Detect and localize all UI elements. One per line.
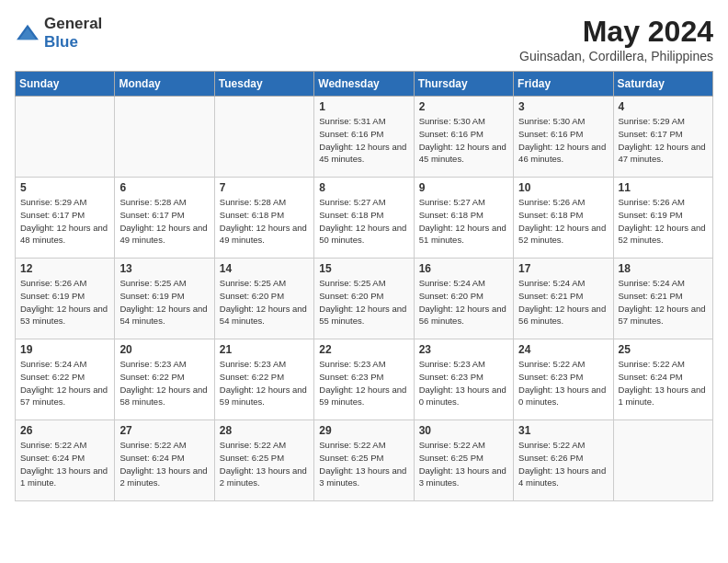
day-info: Sunrise: 5:25 AMSunset: 6:19 PMDaylight:… bbox=[119, 277, 209, 327]
header-wednesday: Wednesday bbox=[314, 72, 414, 97]
day-info: Sunrise: 5:26 AMSunset: 6:19 PMDaylight:… bbox=[619, 196, 708, 247]
day-info: Sunrise: 5:30 AMSunset: 6:16 PMDaylight:… bbox=[419, 115, 508, 166]
calendar-week-4: 19 Sunrise: 5:24 AMSunset: 6:22 PMDaylig… bbox=[16, 339, 713, 420]
header-saturday: Saturday bbox=[613, 72, 712, 97]
day-info: Sunrise: 5:27 AMSunset: 6:18 PMDaylight:… bbox=[419, 196, 508, 247]
header-monday: Monday bbox=[115, 72, 214, 97]
day-number: 16 bbox=[419, 262, 508, 275]
logo-icon bbox=[15, 23, 40, 43]
day-info: Sunrise: 5:24 AMSunset: 6:21 PMDaylight:… bbox=[619, 277, 708, 327]
day-info: Sunrise: 5:22 AMSunset: 6:26 PMDaylight:… bbox=[518, 439, 608, 489]
day-number: 30 bbox=[419, 424, 508, 437]
day-info: Sunrise: 5:22 AMSunset: 6:24 PMDaylight:… bbox=[20, 439, 109, 489]
calendar-cell bbox=[115, 97, 214, 178]
day-info: Sunrise: 5:25 AMSunset: 6:20 PMDaylight:… bbox=[220, 277, 309, 327]
calendar-cell: 14 Sunrise: 5:25 AMSunset: 6:20 PMDaylig… bbox=[214, 259, 313, 339]
day-number: 19 bbox=[20, 343, 109, 356]
calendar-cell: 16 Sunrise: 5:24 AMSunset: 6:20 PMDaylig… bbox=[414, 259, 513, 339]
day-info: Sunrise: 5:24 AMSunset: 6:22 PMDaylight:… bbox=[20, 358, 109, 408]
calendar-cell bbox=[16, 97, 115, 178]
calendar-cell: 20 Sunrise: 5:23 AMSunset: 6:22 PMDaylig… bbox=[115, 339, 214, 420]
calendar-week-1: 1 Sunrise: 5:31 AMSunset: 6:16 PMDayligh… bbox=[16, 97, 713, 178]
calendar-cell: 9 Sunrise: 5:27 AMSunset: 6:18 PMDayligh… bbox=[414, 178, 513, 259]
calendar-cell: 18 Sunrise: 5:24 AMSunset: 6:21 PMDaylig… bbox=[613, 259, 712, 339]
day-number: 3 bbox=[518, 100, 608, 113]
day-info: Sunrise: 5:31 AMSunset: 6:16 PMDaylight:… bbox=[319, 115, 408, 166]
day-info: Sunrise: 5:28 AMSunset: 6:18 PMDaylight:… bbox=[220, 196, 309, 247]
day-number: 28 bbox=[220, 424, 309, 437]
logo-text: General Blue bbox=[44, 15, 102, 52]
day-number: 12 bbox=[20, 262, 109, 275]
calendar-cell: 1 Sunrise: 5:31 AMSunset: 6:16 PMDayligh… bbox=[314, 97, 414, 178]
day-info: Sunrise: 5:22 AMSunset: 6:23 PMDaylight:… bbox=[518, 358, 608, 408]
day-number: 5 bbox=[20, 181, 109, 194]
day-info: Sunrise: 5:28 AMSunset: 6:17 PMDaylight:… bbox=[119, 196, 209, 247]
day-info: Sunrise: 5:23 AMSunset: 6:22 PMDaylight:… bbox=[220, 358, 309, 408]
calendar-cell: 10 Sunrise: 5:26 AMSunset: 6:18 PMDaylig… bbox=[514, 178, 613, 259]
day-number: 7 bbox=[220, 181, 309, 194]
day-number: 23 bbox=[419, 343, 508, 356]
calendar-week-5: 26 Sunrise: 5:22 AMSunset: 6:24 PMDaylig… bbox=[16, 420, 713, 501]
day-number: 2 bbox=[419, 100, 508, 113]
day-number: 31 bbox=[518, 424, 608, 437]
calendar-week-3: 12 Sunrise: 5:26 AMSunset: 6:19 PMDaylig… bbox=[16, 259, 713, 339]
day-number: 27 bbox=[119, 424, 209, 437]
calendar-cell bbox=[613, 420, 712, 501]
calendar-body: 1 Sunrise: 5:31 AMSunset: 6:16 PMDayligh… bbox=[16, 97, 713, 501]
day-number: 11 bbox=[619, 181, 708, 194]
day-number: 21 bbox=[220, 343, 309, 356]
day-info: Sunrise: 5:22 AMSunset: 6:24 PMDaylight:… bbox=[119, 439, 209, 489]
day-number: 29 bbox=[319, 424, 408, 437]
day-info: Sunrise: 5:22 AMSunset: 6:25 PMDaylight:… bbox=[419, 439, 508, 489]
calendar-cell: 11 Sunrise: 5:26 AMSunset: 6:19 PMDaylig… bbox=[613, 178, 712, 259]
day-info: Sunrise: 5:22 AMSunset: 6:25 PMDaylight:… bbox=[319, 439, 408, 489]
day-number: 9 bbox=[419, 181, 508, 194]
header-thursday: Thursday bbox=[414, 72, 513, 97]
day-info: Sunrise: 5:29 AMSunset: 6:17 PMDaylight:… bbox=[20, 196, 109, 247]
calendar-cell: 6 Sunrise: 5:28 AMSunset: 6:17 PMDayligh… bbox=[115, 178, 214, 259]
day-info: Sunrise: 5:24 AMSunset: 6:20 PMDaylight:… bbox=[419, 277, 508, 327]
day-info: Sunrise: 5:22 AMSunset: 6:25 PMDaylight:… bbox=[220, 439, 309, 489]
day-number: 14 bbox=[220, 262, 309, 275]
calendar-cell: 28 Sunrise: 5:22 AMSunset: 6:25 PMDaylig… bbox=[214, 420, 313, 501]
day-info: Sunrise: 5:23 AMSunset: 6:22 PMDaylight:… bbox=[119, 358, 209, 408]
day-number: 8 bbox=[319, 181, 408, 194]
day-number: 26 bbox=[20, 424, 109, 437]
day-info: Sunrise: 5:24 AMSunset: 6:21 PMDaylight:… bbox=[518, 277, 608, 327]
day-number: 24 bbox=[518, 343, 608, 356]
day-number: 13 bbox=[119, 262, 209, 275]
header-friday: Friday bbox=[514, 72, 613, 97]
day-info: Sunrise: 5:30 AMSunset: 6:16 PMDaylight:… bbox=[518, 115, 608, 166]
calendar-table: Sunday Monday Tuesday Wednesday Thursday… bbox=[15, 71, 713, 501]
day-info: Sunrise: 5:22 AMSunset: 6:24 PMDaylight:… bbox=[619, 358, 708, 408]
calendar-cell: 13 Sunrise: 5:25 AMSunset: 6:19 PMDaylig… bbox=[115, 259, 214, 339]
calendar-cell: 24 Sunrise: 5:22 AMSunset: 6:23 PMDaylig… bbox=[514, 339, 613, 420]
title-area: May 2024 Guinsadan, Cordillera, Philippi… bbox=[519, 15, 713, 63]
calendar-cell: 4 Sunrise: 5:29 AMSunset: 6:17 PMDayligh… bbox=[613, 97, 712, 178]
calendar-cell: 21 Sunrise: 5:23 AMSunset: 6:22 PMDaylig… bbox=[214, 339, 313, 420]
day-number: 20 bbox=[119, 343, 209, 356]
day-number: 22 bbox=[319, 343, 408, 356]
day-number: 1 bbox=[319, 100, 408, 113]
calendar-cell: 12 Sunrise: 5:26 AMSunset: 6:19 PMDaylig… bbox=[16, 259, 115, 339]
day-info: Sunrise: 5:23 AMSunset: 6:23 PMDaylight:… bbox=[319, 358, 408, 408]
calendar-cell: 27 Sunrise: 5:22 AMSunset: 6:24 PMDaylig… bbox=[115, 420, 214, 501]
logo-general: General bbox=[44, 15, 102, 32]
calendar-cell: 23 Sunrise: 5:23 AMSunset: 6:23 PMDaylig… bbox=[414, 339, 513, 420]
calendar-cell: 2 Sunrise: 5:30 AMSunset: 6:16 PMDayligh… bbox=[414, 97, 513, 178]
day-info: Sunrise: 5:26 AMSunset: 6:18 PMDaylight:… bbox=[518, 196, 608, 247]
calendar-cell: 5 Sunrise: 5:29 AMSunset: 6:17 PMDayligh… bbox=[16, 178, 115, 259]
weekday-row: Sunday Monday Tuesday Wednesday Thursday… bbox=[16, 72, 713, 97]
header-sunday: Sunday bbox=[16, 72, 115, 97]
calendar-cell: 31 Sunrise: 5:22 AMSunset: 6:26 PMDaylig… bbox=[514, 420, 613, 501]
day-info: Sunrise: 5:29 AMSunset: 6:17 PMDaylight:… bbox=[619, 115, 708, 166]
calendar-cell: 15 Sunrise: 5:25 AMSunset: 6:20 PMDaylig… bbox=[314, 259, 414, 339]
day-number: 15 bbox=[319, 262, 408, 275]
calendar-cell: 25 Sunrise: 5:22 AMSunset: 6:24 PMDaylig… bbox=[613, 339, 712, 420]
day-info: Sunrise: 5:23 AMSunset: 6:23 PMDaylight:… bbox=[419, 358, 508, 408]
calendar-cell: 29 Sunrise: 5:22 AMSunset: 6:25 PMDaylig… bbox=[314, 420, 414, 501]
logo-blue: Blue bbox=[44, 33, 78, 51]
day-number: 17 bbox=[518, 262, 608, 275]
calendar-cell: 30 Sunrise: 5:22 AMSunset: 6:25 PMDaylig… bbox=[414, 420, 513, 501]
day-info: Sunrise: 5:26 AMSunset: 6:19 PMDaylight:… bbox=[20, 277, 109, 327]
